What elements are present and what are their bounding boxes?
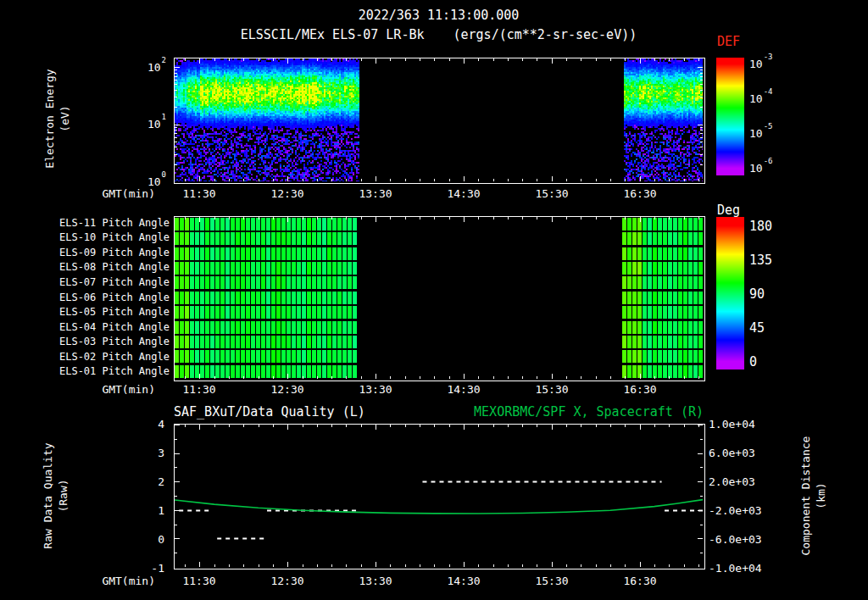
quality-axis-title-unit: (Raw) bbox=[56, 386, 71, 600]
row-label-els-06: ELS-06 Pitch Angle bbox=[34, 292, 170, 304]
time-axis-middle: GMT(min) 11:30 12:30 13:30 14:30 15:30 1… bbox=[174, 383, 704, 397]
time-axis-bottom: GMT(min) 11:30 12:30 13:30 14:30 15:30 1… bbox=[174, 575, 704, 588]
line-plot-panel bbox=[174, 424, 705, 569]
x-tick-label: 13:30 bbox=[354, 383, 397, 396]
def-tick-label: 10-4 bbox=[749, 92, 809, 105]
x-tick-label: 16:30 bbox=[619, 383, 661, 396]
tick-base: 10 bbox=[749, 92, 763, 105]
left-tick-label: 3 bbox=[139, 447, 164, 459]
gmt-label: GMT(min) bbox=[83, 575, 155, 587]
tick-exp: -4 bbox=[764, 87, 773, 96]
plot-root: 2022/363 11:13:00.000 ELSSCIL/MEx ELS-07… bbox=[0, 0, 868, 600]
plot-subtitle: ELSSCIL/MEx ELS-07 LR-Bk(ergs/(cm**2-sr-… bbox=[174, 27, 704, 42]
energy-axis-title-text: Electron Energy bbox=[42, 17, 58, 220]
x-tick-label: 12:30 bbox=[266, 383, 309, 396]
row-label-els-04: ELS-04 Pitch Angle bbox=[34, 321, 170, 334]
tick-base: 10 bbox=[749, 58, 763, 70]
line-plot-canvas bbox=[175, 425, 703, 567]
distance-axis-title-unit: (km) bbox=[814, 386, 829, 600]
tick-exp: 2 bbox=[162, 56, 166, 64]
spectrogram-canvas bbox=[175, 58, 703, 181]
x-tick-label: 12:30 bbox=[266, 187, 309, 200]
quality-axis-title: Raw Data Quality (Raw) bbox=[41, 386, 71, 600]
page-title: 2022/363 11:13:00.000 bbox=[174, 8, 704, 23]
right-tick-label: 6.0e+03 bbox=[709, 447, 768, 459]
x-tick-label: 16:30 bbox=[619, 575, 661, 587]
x-tick-label: 14:30 bbox=[442, 187, 485, 200]
right-tick-label: -6.0e+03 bbox=[709, 533, 768, 546]
x-tick-label: 16:30 bbox=[619, 187, 661, 200]
x-tick-label: 14:30 bbox=[442, 575, 485, 587]
distance-axis-title-text: Component Distance bbox=[798, 386, 814, 600]
deg-tick-label: 135 bbox=[749, 253, 800, 268]
left-tick-label: 2 bbox=[139, 475, 164, 488]
right-tick-label: -1.0e+04 bbox=[709, 562, 768, 575]
tick-base: 10 bbox=[749, 127, 763, 140]
pitch-angle-panel bbox=[174, 216, 705, 381]
tick-exp: 1 bbox=[162, 113, 166, 121]
row-label-els-03: ELS-03 Pitch Angle bbox=[34, 336, 170, 348]
tick-base: 10 bbox=[147, 61, 161, 74]
tick-exp: -5 bbox=[764, 122, 773, 131]
def-colorbar bbox=[716, 58, 744, 175]
tick-exp: -6 bbox=[764, 157, 773, 165]
energy-tick-label: 102 bbox=[127, 60, 166, 74]
row-label-els-10: ELS-10 Pitch Angle bbox=[34, 231, 170, 244]
tick-base: 10 bbox=[147, 118, 161, 131]
def-tick-label: 10-6 bbox=[749, 161, 809, 175]
left-tick-label: 1 bbox=[139, 504, 164, 517]
time-axis-top: GMT(min) 11:30 12:30 13:30 14:30 15:30 1… bbox=[174, 187, 704, 201]
x-tick-label: 11:30 bbox=[178, 187, 220, 200]
bottom-title-right: MEXORBMC/SPF X, Spacecraft (R) bbox=[381, 404, 704, 419]
def-colorbar-title: DEF bbox=[717, 34, 740, 49]
row-label-els-07: ELS-07 Pitch Angle bbox=[34, 276, 170, 289]
energy-axis-title-unit: (eV) bbox=[58, 17, 73, 220]
energy-tick-label: 100 bbox=[127, 175, 166, 188]
instrument-label: ELSSCIL/MEx ELS-07 LR-Bk bbox=[241, 27, 425, 42]
right-tick-label: 1.0e+04 bbox=[709, 418, 768, 431]
right-tick-label: -2.0e+03 bbox=[709, 504, 768, 517]
distance-axis-title: Component Distance (km) bbox=[798, 386, 829, 600]
units-label: (ergs/(cm**2-sr-sec-eV)) bbox=[453, 27, 637, 42]
right-tick-label: 2.0e+03 bbox=[709, 475, 768, 488]
deg-tick-label: 180 bbox=[749, 219, 800, 234]
spectrogram-panel bbox=[174, 58, 705, 184]
left-tick-label: 0 bbox=[139, 533, 164, 546]
x-tick-label: 15:30 bbox=[531, 187, 573, 200]
deg-tick-label: 90 bbox=[749, 286, 800, 302]
x-tick-label: 11:30 bbox=[178, 575, 220, 587]
x-tick-label: 13:30 bbox=[354, 187, 397, 200]
def-tick-label: 10-5 bbox=[749, 126, 809, 140]
row-label-els-09: ELS-09 Pitch Angle bbox=[34, 247, 170, 259]
left-tick-label: 4 bbox=[139, 418, 164, 431]
x-tick-label: 14:30 bbox=[442, 383, 485, 396]
energy-axis-title: Electron Energy (eV) bbox=[42, 17, 73, 220]
deg-colorbar-title: Deg bbox=[717, 203, 740, 218]
tick-exp: 0 bbox=[162, 170, 166, 179]
tick-exp: -3 bbox=[764, 53, 773, 61]
x-tick-label: 12:30 bbox=[266, 575, 309, 587]
gmt-label: GMT(min) bbox=[83, 383, 155, 396]
tick-base: 10 bbox=[749, 162, 763, 175]
quality-axis-title-text: Raw Data Quality bbox=[41, 386, 56, 600]
x-tick-label: 15:30 bbox=[531, 575, 573, 587]
row-label-els-05: ELS-05 Pitch Angle bbox=[34, 306, 170, 319]
energy-tick-label: 101 bbox=[127, 117, 166, 131]
deg-tick-label: 0 bbox=[749, 354, 800, 369]
row-label-els-02: ELS-02 Pitch Angle bbox=[34, 351, 170, 364]
left-tick-label: -1 bbox=[139, 562, 164, 575]
deg-tick-label: 45 bbox=[749, 320, 800, 336]
row-label-els-01: ELS-01 Pitch Angle bbox=[34, 365, 170, 378]
def-tick-label: 10-3 bbox=[749, 57, 809, 70]
pitch-angle-canvas bbox=[175, 217, 703, 379]
row-label-els-08: ELS-08 Pitch Angle bbox=[34, 261, 170, 274]
row-label-els-11: ELS-11 Pitch Angle bbox=[34, 217, 170, 230]
gmt-label: GMT(min) bbox=[83, 187, 155, 200]
deg-colorbar bbox=[716, 217, 744, 369]
x-tick-label: 11:30 bbox=[178, 383, 220, 396]
x-tick-label: 15:30 bbox=[531, 383, 573, 396]
bottom-title-left: SAF_BXuT/Data Quality (L) bbox=[174, 404, 365, 419]
x-tick-label: 13:30 bbox=[354, 575, 397, 587]
